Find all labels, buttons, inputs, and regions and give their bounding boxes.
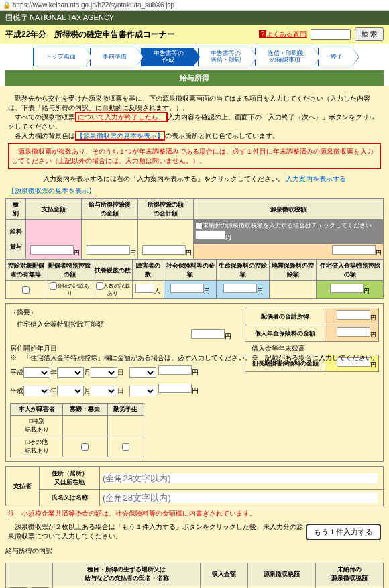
note-red: 注 小規模企業共済等掛金の額は、社会保険料等の金額欄に内書きされています。 (5, 506, 384, 521)
spouse-chk[interactable] (22, 286, 30, 294)
step-nav: トップ画面 事前準備 申告書等の 作成 申告書等の 送信・印刷 送信・印刷後 の… (0, 44, 389, 70)
payer-table: 支払者住所（居所） 又は所在地 氏名又は名称 (5, 466, 384, 506)
nav-send[interactable]: 申告書等の 送信・印刷 (198, 48, 251, 66)
type1[interactable] (129, 367, 156, 378)
url-bar: 🔒 https://www.keisan.nta.go.jp/h22/syoto… (0, 0, 389, 11)
mon2[interactable] (57, 386, 84, 396)
main-table: 種 別支払金額給与所得控除後 の金額所得控除の額 の合計額源泉徴収税額 給料 賞… (5, 198, 384, 259)
bal1[interactable] (158, 365, 192, 375)
nav-top[interactable]: トップ画面 (33, 48, 86, 66)
unpaid-check[interactable] (195, 222, 203, 229)
breakdown-table: 種目・所得の生ずる場所又は 給与などの支払者の氏名・名称収入金額源泉徴収税額未納… (5, 563, 384, 588)
spouse-total[interactable]: 円 (325, 308, 379, 325)
bal2[interactable] (158, 384, 192, 393)
disabled-num[interactable] (135, 284, 154, 293)
agency-bar: 国税庁 NATIONAL TAX AGENCY (0, 11, 389, 25)
nav-after[interactable]: 送信・印刷後 の確認事項 (255, 48, 314, 66)
deduction-area: 配偶者の合計所得円 個人年金保険料の金額円 旧長期損害保険料の金額円 （摘要） … (5, 303, 384, 462)
faq-link[interactable]: ?よくある質問 (259, 30, 307, 39)
payer-addr[interactable] (103, 473, 378, 483)
search-input[interactable] (311, 29, 351, 40)
pay-amount[interactable] (30, 245, 74, 255)
pension[interactable]: 円 (325, 325, 379, 342)
type2[interactable] (129, 386, 156, 396)
nav-end[interactable]: 終了 (318, 48, 353, 66)
life-ins[interactable] (223, 284, 257, 293)
warning-box: 源泉徴収票が複数あり、そのうち１つが年末調整済みである場合には、必ず１件目に年末… (8, 143, 381, 169)
deduct-total[interactable] (142, 245, 186, 255)
page-title: 平成22年分 所得税の確定申告書作成コーナー (5, 29, 175, 40)
house-possible[interactable] (191, 329, 225, 339)
student-chk[interactable] (122, 443, 129, 451)
guide-link[interactable]: 入力案内を表示する (286, 175, 346, 182)
section-title: 給与所得 (5, 70, 384, 86)
day1[interactable] (91, 367, 117, 378)
dep-chk[interactable] (96, 282, 103, 290)
search-button[interactable]: 検 索 (355, 27, 384, 41)
spc-amt-chk[interactable] (50, 282, 57, 290)
lock-icon: 🔒 (3, 1, 11, 9)
sample-link[interactable]: 【源泉徴収票の見本を表示】 (75, 131, 165, 141)
house-loan[interactable] (330, 284, 364, 293)
post-deduct[interactable] (87, 245, 130, 255)
intro: 勤務先から交付を受けた源泉徴収票を基に、下の源泉徴収票画面の当てはまる項目を入力… (5, 91, 384, 198)
nav-create[interactable]: 申告書等の 作成 (141, 48, 194, 66)
widow-chk[interactable] (81, 443, 89, 451)
year1[interactable] (23, 367, 50, 378)
table2: 控除対象配偶者の有無等 配偶者特別控除の額 扶養親族の数 障害者の数 社会保険料… (5, 259, 384, 299)
mon1[interactable] (57, 367, 84, 378)
nav-prep[interactable]: 事前準備 (90, 48, 137, 66)
withholding[interactable] (332, 245, 376, 255)
social-ins[interactable] (170, 284, 204, 293)
day2[interactable] (91, 386, 117, 396)
sample-link2[interactable]: 【源泉徴収票の見本を表示】 (8, 187, 95, 194)
add-button[interactable]: もう１件入力する (306, 524, 381, 540)
payer-name[interactable] (103, 493, 378, 503)
year2[interactable] (23, 386, 50, 396)
